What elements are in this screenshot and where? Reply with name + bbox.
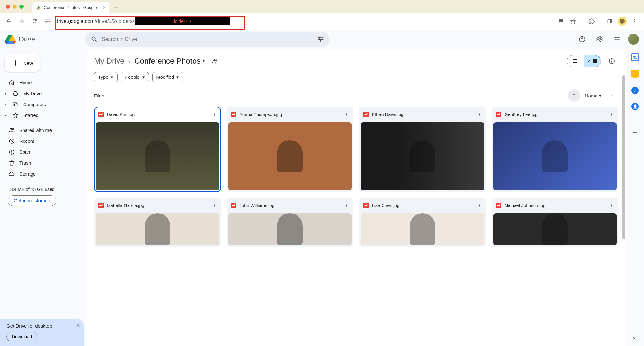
- file-card[interactable]: Lisa Chen.jpg: [359, 198, 486, 247]
- browser-tab[interactable]: Conference Photos - Google ×: [32, 2, 109, 13]
- svg-point-20: [615, 39, 616, 40]
- details-icon[interactable]: [605, 55, 618, 68]
- search-input[interactable]: [102, 36, 310, 42]
- install-app-icon[interactable]: [556, 17, 565, 26]
- address-bar-row: drive.google.com/drive/u/2/folders/ fold…: [0, 13, 644, 29]
- file-card[interactable]: Isabella Garcia.jpg: [94, 198, 221, 247]
- sidebar-item-starred[interactable]: ▸ Starred: [3, 110, 82, 121]
- file-card[interactable]: David Kim.jpg: [94, 107, 221, 192]
- expand-arrow-icon[interactable]: ▸: [4, 91, 8, 96]
- sidebar-item-home[interactable]: Home: [3, 77, 82, 88]
- breadcrumb-root[interactable]: My Drive: [94, 57, 125, 66]
- file-more-icon[interactable]: [607, 201, 616, 210]
- svg-point-22: [618, 39, 619, 40]
- file-card[interactable]: John Williams.jpg: [227, 198, 354, 247]
- file-card[interactable]: Emma Thompson.jpg: [227, 107, 354, 192]
- site-settings-icon[interactable]: [43, 17, 52, 26]
- expand-arrow-icon[interactable]: ▸: [4, 113, 8, 118]
- clock-icon: [8, 138, 15, 144]
- image-file-icon: [231, 203, 236, 208]
- address-bar[interactable]: drive.google.com/drive/u/2/folders/ fold…: [55, 17, 554, 25]
- window-close[interactable]: [6, 5, 10, 9]
- calendar-icon[interactable]: [631, 53, 639, 61]
- svg-point-64: [611, 204, 612, 204]
- file-more-icon[interactable]: [475, 201, 484, 210]
- svg-point-57: [214, 206, 214, 207]
- breadcrumb-row: My Drive › Conference Photos ▾: [94, 55, 618, 68]
- sidebar-item-shared[interactable]: Shared with me: [3, 125, 82, 136]
- drive-logo[interactable]: Drive: [5, 34, 81, 44]
- filter-chip-modified[interactable]: Modified▾: [152, 72, 184, 82]
- sidebar-item-mydrive[interactable]: ▸ My Drive: [3, 88, 82, 99]
- sidebar-item-storage[interactable]: Storage: [3, 168, 82, 179]
- sidebar-item-recent[interactable]: Recent: [3, 136, 82, 147]
- promo-download-button[interactable]: Download: [6, 332, 37, 341]
- breadcrumb-current[interactable]: Conference Photos ▾: [134, 57, 204, 66]
- file-card-header: Michael Johnson.jpg: [492, 198, 619, 213]
- keep-icon[interactable]: [631, 70, 639, 78]
- profile-avatar[interactable]: [618, 17, 627, 26]
- window-maximize[interactable]: [19, 5, 24, 9]
- file-more-icon[interactable]: [607, 110, 616, 119]
- filter-chip-type[interactable]: Type▾: [94, 72, 118, 82]
- share-icon[interactable]: [211, 58, 218, 65]
- chevron-down-icon: ▾: [142, 75, 145, 80]
- more-options-button[interactable]: [606, 89, 618, 102]
- sidebar-item-spam[interactable]: Spam: [3, 147, 82, 158]
- support-icon[interactable]: [576, 33, 589, 46]
- svg-rect-27: [15, 104, 18, 106]
- list-view-button[interactable]: [567, 55, 584, 67]
- filter-chip-people[interactable]: People▾: [121, 72, 149, 82]
- browser-menu-icon[interactable]: [630, 17, 639, 26]
- sort-direction-button[interactable]: [568, 89, 580, 102]
- search-options-icon[interactable]: [314, 33, 327, 46]
- file-more-icon[interactable]: [210, 110, 219, 119]
- sidebar-item-label: Trash: [19, 160, 31, 166]
- sidepanel-icon[interactable]: [605, 17, 614, 26]
- contacts-icon[interactable]: [631, 103, 639, 110]
- svg-point-28: [10, 128, 12, 130]
- reload-button[interactable]: [29, 16, 40, 27]
- file-name: David Kim.jpg: [107, 112, 207, 117]
- account-avatar[interactable]: [628, 34, 639, 45]
- file-card[interactable]: Michael Johnson.jpg: [492, 198, 619, 247]
- bookmark-icon[interactable]: [569, 17, 578, 26]
- file-more-icon[interactable]: [342, 110, 351, 119]
- new-button[interactable]: New: [5, 54, 40, 72]
- extensions-icon[interactable]: [587, 17, 596, 26]
- hide-sidepanel-icon[interactable]: [629, 334, 639, 343]
- chevron-down-icon[interactable]: ▾: [203, 59, 205, 64]
- spam-icon: [8, 149, 15, 155]
- new-tab-button[interactable]: +: [114, 4, 118, 11]
- settings-icon[interactable]: [593, 33, 606, 46]
- svg-point-58: [346, 204, 347, 204]
- promo-close-icon[interactable]: ×: [76, 322, 80, 329]
- sidebar-item-computers[interactable]: ▸ Computers: [3, 99, 82, 110]
- tab-close-icon[interactable]: ×: [103, 5, 106, 11]
- svg-point-46: [346, 113, 347, 113]
- window-minimize[interactable]: [13, 5, 17, 9]
- scrollbar[interactable]: [622, 75, 625, 242]
- tasks-icon[interactable]: [631, 87, 639, 94]
- get-storage-button[interactable]: Get more storage: [8, 195, 56, 206]
- add-addon-icon[interactable]: +: [633, 128, 637, 137]
- svg-point-52: [611, 113, 612, 113]
- svg-point-59: [346, 205, 347, 206]
- file-card[interactable]: Geoffrey Lee.jpg: [492, 107, 619, 192]
- file-more-icon[interactable]: [210, 201, 219, 210]
- expand-arrow-icon[interactable]: ▸: [4, 102, 8, 107]
- plus-icon: [12, 59, 19, 67]
- svg-rect-36: [593, 61, 595, 63]
- trash-icon: [8, 160, 15, 166]
- forward-button[interactable]: [16, 16, 27, 27]
- sidebar-item-trash[interactable]: Trash: [3, 158, 82, 168]
- file-card[interactable]: Ethan Davis.jpg: [359, 107, 486, 192]
- svg-point-33: [213, 59, 215, 61]
- file-more-icon[interactable]: [475, 110, 484, 119]
- apps-icon[interactable]: [611, 33, 623, 46]
- search-box[interactable]: [85, 32, 330, 47]
- file-more-icon[interactable]: [342, 201, 351, 210]
- grid-view-button[interactable]: [584, 55, 601, 67]
- sort-field-button[interactable]: Name▾: [585, 93, 601, 98]
- back-button[interactable]: [3, 16, 14, 27]
